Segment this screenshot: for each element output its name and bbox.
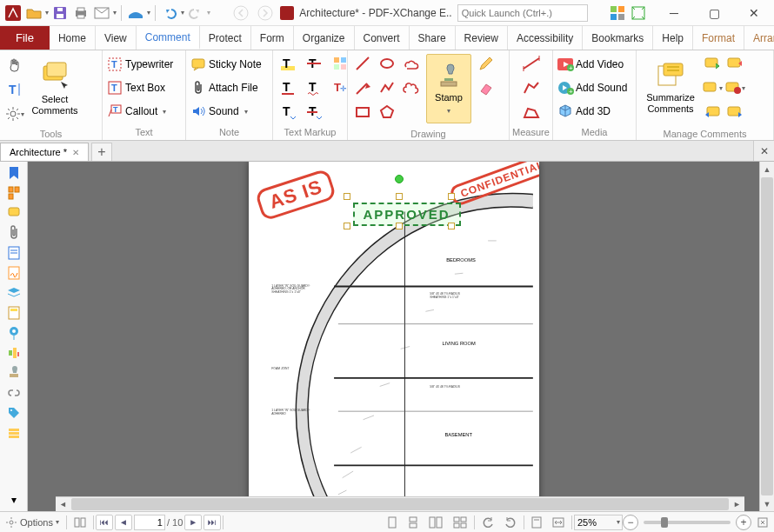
add-3d-button[interactable]: Add 3D — [558, 101, 611, 122]
resize-handle-nw[interactable] — [344, 193, 350, 200]
attachments-pane-icon[interactable] — [6, 225, 22, 241]
maximize-button[interactable]: ▢ — [694, 0, 734, 26]
scroll-down-icon[interactable]: ▼ — [760, 496, 774, 511]
selection-handles[interactable] — [347, 196, 451, 226]
zoom-out-button[interactable]: − — [623, 515, 638, 530]
squiggly-icon[interactable]: T — [304, 78, 324, 97]
prev-page-button[interactable]: ◄ — [115, 515, 132, 530]
close-tab-icon[interactable]: ✕ — [72, 148, 79, 157]
import-comments-icon[interactable] — [703, 54, 722, 73]
print-icon[interactable] — [71, 3, 90, 23]
tab-bookmarks[interactable]: Bookmarks — [583, 26, 653, 50]
fullscreen-icon[interactable] — [630, 4, 647, 22]
resize-handle-se[interactable] — [448, 223, 455, 229]
rotate-cw-button[interactable] — [499, 512, 522, 532]
content-pane-icon[interactable] — [6, 305, 22, 321]
first-page-button[interactable]: ⏮ — [96, 515, 113, 530]
underline-icon[interactable]: T — [278, 78, 297, 97]
options-menu[interactable]: Options ▾ — [0, 512, 64, 532]
text-correction-icon[interactable]: T✛ — [330, 78, 350, 97]
line-tool-icon[interactable] — [353, 54, 372, 73]
bookmarks-pane-icon[interactable] — [6, 165, 22, 181]
zoom-level-combo[interactable]: 25%▾ — [574, 515, 623, 530]
sound-button[interactable]: Sound▾ — [191, 101, 248, 122]
scroll-up-icon[interactable]: ▲ — [760, 162, 774, 176]
zoom-slider[interactable] — [644, 521, 731, 524]
pencil-tool-icon[interactable] — [477, 54, 496, 73]
v-scroll-thumb[interactable] — [761, 177, 773, 495]
add-sound-button[interactable]: + Add Sound — [558, 77, 627, 98]
polygon-tool-icon[interactable] — [377, 103, 397, 122]
nav-back-icon[interactable] — [231, 3, 250, 23]
summarize-comments-button[interactable]: Summarize Comments — [642, 54, 699, 123]
fit-page-button[interactable] — [526, 512, 547, 532]
nav-fwd-icon[interactable] — [256, 3, 275, 23]
minimize-button[interactable]: ─ — [654, 0, 694, 26]
zoom-slider-knob[interactable] — [661, 517, 668, 528]
text-select-icon[interactable]: T — [5, 80, 24, 99]
vertical-scrollbar[interactable]: ▲ ▼ — [759, 162, 774, 511]
tab-comment[interactable]: Comment — [137, 26, 200, 50]
prev-comment-icon[interactable] — [703, 103, 722, 122]
hand-tool-icon[interactable] — [5, 56, 24, 75]
tab-view[interactable]: View — [96, 26, 137, 50]
resize-handle-s[interactable] — [396, 223, 403, 229]
redo-icon[interactable] — [186, 3, 205, 23]
next-page-button[interactable]: ► — [184, 515, 202, 530]
tab-share[interactable]: Share — [410, 26, 456, 50]
h-scroll-thumb[interactable] — [71, 498, 729, 510]
caret-tool-icon[interactable] — [330, 54, 350, 73]
new-tab-button[interactable]: + — [91, 143, 112, 161]
signatures-pane-icon[interactable] — [6, 265, 22, 281]
ui-options-icon[interactable] — [609, 4, 626, 22]
textbox-button[interactable]: T Text Box — [108, 77, 165, 98]
tab-arrange[interactable]: Arrange — [744, 26, 774, 50]
rotate-ccw-button[interactable] — [477, 512, 499, 532]
mail-icon[interactable] — [92, 3, 111, 23]
tab-protect[interactable]: Protect — [200, 26, 251, 50]
zoom-in-button[interactable]: + — [736, 515, 751, 530]
polyline-tool-icon[interactable] — [377, 78, 397, 97]
cloud-tool-icon[interactable] — [402, 54, 421, 73]
cloud-poly-icon[interactable] — [402, 78, 421, 97]
comment-styles-icon[interactable]: ▾ — [725, 78, 744, 97]
select-comments-button[interactable]: Select Comments — [28, 54, 82, 123]
distance-tool-icon[interactable] — [522, 54, 541, 73]
properties-pane-icon[interactable] — [6, 425, 22, 441]
tab-review[interactable]: Review — [456, 26, 508, 50]
eraser-tool-icon[interactable] — [477, 78, 496, 97]
save-icon[interactable] — [50, 3, 70, 23]
open-icon[interactable] — [24, 3, 43, 23]
resize-handle-sw[interactable] — [344, 223, 350, 229]
scan-icon[interactable] — [126, 3, 145, 23]
add-video-button[interactable]: + Add Video — [558, 54, 624, 75]
oval-tool-icon[interactable] — [377, 54, 397, 73]
layout-toggle[interactable] — [69, 512, 91, 532]
tags-pane-icon[interactable] — [6, 405, 22, 421]
strikeout-icon[interactable]: T — [304, 54, 324, 73]
links-pane-icon[interactable] — [6, 385, 22, 401]
destinations-pane-icon[interactable] — [6, 325, 22, 341]
close-all-tabs-button[interactable]: ✕ — [753, 141, 774, 161]
document-tab[interactable]: Architecture * ✕ — [0, 143, 89, 161]
thumbnails-pane-icon[interactable] — [6, 185, 22, 201]
facing-continuous-view[interactable] — [448, 512, 472, 532]
tab-help[interactable]: Help — [653, 26, 693, 50]
scan-dropdown[interactable]: ▾ — [147, 9, 150, 17]
area-tool-icon[interactable] — [522, 103, 541, 122]
tab-organize[interactable]: Organize — [294, 26, 355, 50]
perimeter-tool-icon[interactable] — [522, 78, 541, 97]
horizontal-scrollbar[interactable]: ◄ ► — [56, 496, 744, 511]
quick-launch-input[interactable] — [457, 4, 588, 22]
mail-dropdown[interactable]: ▾ — [113, 9, 117, 17]
rotate-handle[interactable] — [395, 175, 404, 183]
next-comment-icon[interactable] — [725, 103, 744, 122]
gear-icon[interactable]: ▾ — [5, 104, 24, 123]
layers-pane-icon[interactable] — [6, 285, 22, 301]
tab-format[interactable]: Format — [693, 26, 744, 50]
facing-view[interactable] — [424, 512, 448, 532]
callout-button[interactable]: T Callout▾ — [108, 101, 166, 122]
comments-pane-icon[interactable] — [6, 205, 22, 221]
page-number-input[interactable] — [134, 515, 165, 530]
resize-handle-n[interactable] — [396, 193, 403, 200]
